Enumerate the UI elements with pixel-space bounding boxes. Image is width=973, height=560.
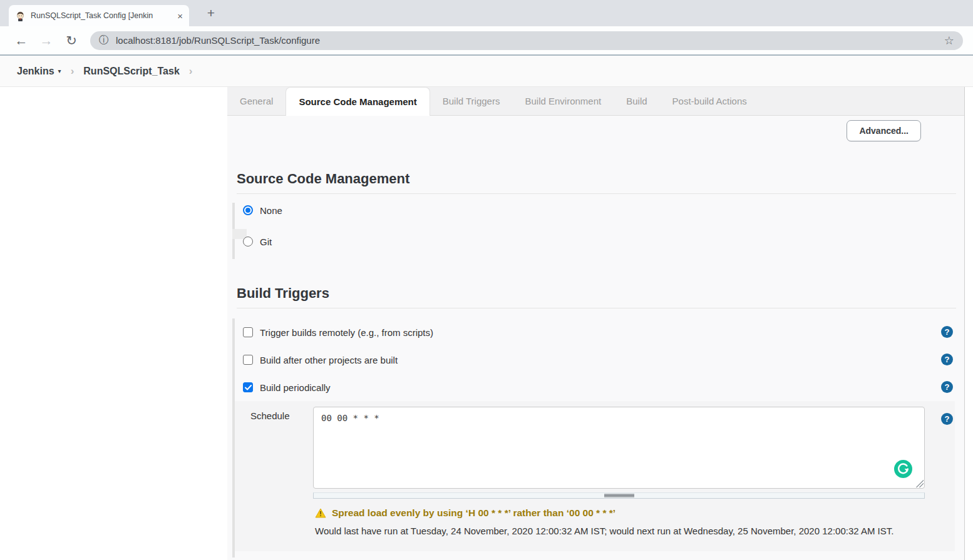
breadcrumb-jenkins[interactable]: Jenkins	[17, 66, 54, 77]
radio-none-label: None	[260, 205, 282, 216]
checkbox-label: Build after other projects are built	[260, 355, 398, 365]
breadcrumb-separator-icon: ›	[189, 65, 193, 78]
grammarly-icon[interactable]	[894, 460, 912, 478]
trigger-row-after-others: Build after other projects are built ?	[227, 346, 964, 374]
tab-post-build-actions[interactable]: Post-build Actions	[660, 87, 759, 115]
advanced-button[interactable]: Advanced...	[847, 120, 921, 141]
schedule-warning: ! Spread load evenly by using ‘H 00 * * …	[315, 507, 904, 539]
forward-icon: →	[34, 33, 59, 48]
scm-section: None Git	[227, 201, 964, 260]
breadcrumb-separator-icon: ›	[71, 65, 75, 78]
scm-section-title: Source Code Management	[237, 170, 964, 188]
breadcrumb-job[interactable]: RunSQLScript_Task	[83, 66, 180, 77]
tab-build[interactable]: Build	[614, 87, 659, 115]
checkmark-icon	[245, 385, 252, 390]
scm-option-none[interactable]: None	[227, 201, 964, 219]
textarea-resize-handle[interactable]	[915, 479, 924, 487]
schedule-row: Schedule 00 00 * * * ?	[235, 407, 955, 489]
warning-triangle-icon: !	[315, 508, 326, 518]
checkbox-trigger-remote[interactable]	[243, 327, 253, 337]
checkbox-label: Trigger builds remotely (e.g., from scri…	[260, 327, 433, 338]
trigger-row-remote: Trigger builds remotely (e.g., from scri…	[227, 318, 964, 346]
checkbox-build-after-others[interactable]	[243, 355, 253, 365]
schedule-textarea[interactable]: 00 00 * * *	[313, 407, 925, 489]
browser-toolbar: ← → ↻ ⓘ localhost:8181/job/RunSQLScript_…	[0, 26, 973, 56]
build-triggers-section-title: Build Triggers	[237, 284, 964, 303]
help-icon[interactable]: ?	[941, 326, 953, 338]
page-body: General Source Code Management Build Tri…	[0, 87, 973, 560]
new-tab-button[interactable]: +	[202, 4, 220, 23]
schedule-textarea-wrap: 00 00 * * *	[313, 407, 925, 489]
reload-icon[interactable]: ↻	[59, 33, 84, 48]
help-icon[interactable]: ?	[941, 354, 953, 365]
config-panel: General Source Code Management Build Tri…	[227, 87, 965, 560]
build-triggers-section: Trigger builds remotely (e.g., from scri…	[227, 318, 964, 551]
svg-text:!: !	[319, 511, 321, 517]
bookmark-star-icon[interactable]: ☆	[944, 34, 954, 48]
textarea-resize-bar[interactable]	[313, 492, 925, 499]
back-icon[interactable]: ←	[9, 33, 34, 48]
tab-source-code-management[interactable]: Source Code Management	[286, 87, 430, 116]
checkbox-label: Build periodically	[260, 382, 331, 393]
url-text[interactable]: localhost:8181/job/RunSQLScript_Task/con…	[116, 35, 944, 46]
divider	[237, 193, 956, 194]
radio-git-label: Git	[260, 237, 272, 247]
warning-title: Spread load evenly by using ‘H 00 * * *’…	[332, 507, 615, 519]
divider	[237, 308, 956, 308]
chevron-down-icon[interactable]: ▾	[58, 68, 61, 74]
address-bar[interactable]: ⓘ localhost:8181/job/RunSQLScript_Task/c…	[90, 31, 963, 50]
tab-title: RunSQLScript_Task Config [Jenkin	[31, 11, 173, 20]
page-info-icon[interactable]: ⓘ	[99, 34, 109, 47]
breadcrumb: Jenkins ▾ › RunSQLScript_Task ›	[0, 56, 973, 87]
help-icon[interactable]: ?	[941, 413, 953, 425]
browser-tab-strip: RunSQLScript_Task Config [Jenkin × +	[0, 0, 973, 26]
advanced-row: Advanced...	[227, 116, 964, 153]
build-periodically-detail: Schedule 00 00 * * * ?	[235, 401, 955, 551]
schedule-label: Schedule	[250, 407, 313, 489]
jenkins-favicon	[15, 11, 26, 21]
browser-tab[interactable]: RunSQLScript_Task Config [Jenkin ×	[9, 5, 189, 26]
help-icon[interactable]: ?	[941, 381, 953, 393]
radio-none[interactable]	[243, 205, 253, 215]
tab-general[interactable]: General	[227, 87, 286, 115]
scm-option-git[interactable]: Git	[227, 233, 964, 250]
radio-git[interactable]	[243, 237, 253, 247]
warning-body: Would last have run at Tuesday, 24 Novem…	[315, 523, 904, 539]
warning-title-row: ! Spread load evenly by using ‘H 00 * * …	[315, 507, 904, 519]
tab-close-icon[interactable]: ×	[177, 11, 183, 21]
checkbox-build-periodically[interactable]	[243, 382, 253, 392]
config-tab-bar: General Source Code Management Build Tri…	[227, 87, 964, 116]
tab-build-triggers[interactable]: Build Triggers	[430, 87, 513, 115]
grip-handle-icon[interactable]	[604, 494, 634, 497]
trigger-row-periodically: Build periodically ?	[227, 374, 964, 401]
tab-build-environment[interactable]: Build Environment	[512, 87, 614, 115]
